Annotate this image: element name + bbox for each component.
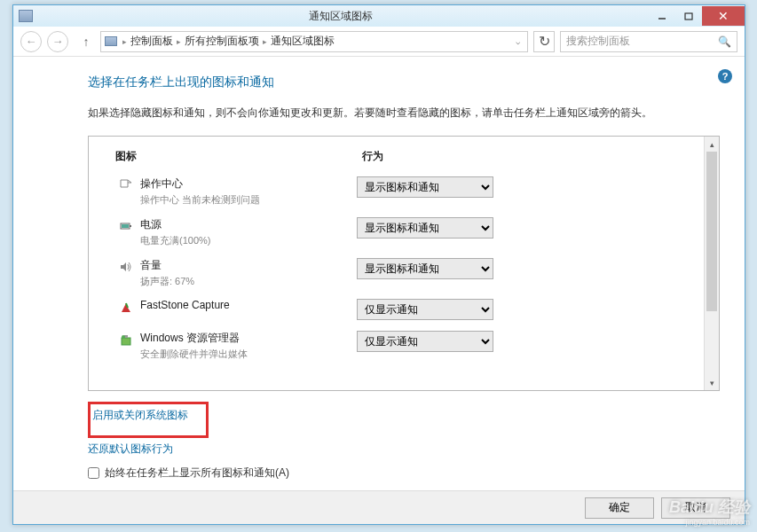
explorer-icon xyxy=(115,331,137,347)
chevron-right-icon: ▸ xyxy=(263,37,267,46)
svg-rect-5 xyxy=(122,338,130,345)
item-title: 音量 xyxy=(140,258,357,273)
svg-rect-1 xyxy=(685,13,692,20)
up-button[interactable]: ↑ xyxy=(77,33,95,51)
column-behavior: 行为 xyxy=(362,149,692,164)
address-dropdown[interactable]: ⌵ xyxy=(512,37,524,46)
breadcrumb[interactable]: 通知区域图标 xyxy=(271,34,335,49)
addressbar-icon xyxy=(105,36,117,46)
column-icon: 图标 xyxy=(115,149,362,164)
back-button[interactable]: ← xyxy=(20,31,42,52)
search-input[interactable]: 搜索控制面板 🔍 xyxy=(560,31,737,52)
item-title: Windows 资源管理器 xyxy=(140,331,357,346)
item-subtitle: 安全删除硬件并弹出媒体 xyxy=(140,348,357,361)
list-item: FastStone Capture 仅显示通知 xyxy=(115,299,692,320)
page-heading: 选择在任务栏上出现的图标和通知 xyxy=(88,74,720,90)
item-subtitle: 操作中心 当前未检测到问题 xyxy=(140,193,357,207)
behavior-select[interactable]: 显示图标和通知 xyxy=(357,217,493,239)
svg-rect-4 xyxy=(122,224,129,228)
chevron-right-icon: ▸ xyxy=(177,37,181,46)
window-icon xyxy=(19,10,33,22)
behavior-select[interactable]: 显示图标和通知 xyxy=(357,258,493,279)
list-item: 操作中心 操作中心 当前未检测到问题 显示图标和通知 xyxy=(115,176,692,207)
scroll-down-button[interactable]: ▾ xyxy=(705,375,719,390)
scroll-thumb[interactable] xyxy=(706,152,717,311)
svg-rect-3 xyxy=(130,225,131,227)
refresh-button[interactable]: ↻ xyxy=(533,31,555,52)
maximize-button[interactable] xyxy=(675,6,702,26)
faststone-icon xyxy=(115,299,137,315)
list-header: 图标 行为 xyxy=(115,149,692,169)
dialog-footer: 确定 取消 xyxy=(13,490,745,524)
titlebar: 通知区域图标 ✕ xyxy=(13,5,745,27)
window-buttons: ✕ xyxy=(649,6,745,26)
always-show-checkbox-row[interactable]: 始终在任务栏上显示所有图标和通知(A) xyxy=(88,466,720,481)
minimize-button[interactable] xyxy=(649,6,675,26)
item-subtitle: 扬声器: 67% xyxy=(140,275,357,288)
always-show-checkbox[interactable] xyxy=(88,467,99,479)
scroll-up-button[interactable]: ▴ xyxy=(705,137,719,152)
checkbox-label: 始终在任务栏上显示所有图标和通知(A) xyxy=(105,466,289,481)
behavior-select[interactable]: 仅显示通知 xyxy=(357,299,493,320)
restore-defaults-link[interactable]: 还原默认图标行为 xyxy=(88,442,720,457)
list-item: Windows 资源管理器 安全删除硬件并弹出媒体 仅显示通知 xyxy=(115,331,692,361)
behavior-select[interactable]: 显示图标和通知 xyxy=(357,176,493,198)
toolbar: ← → ↑ ▸ 控制面板 ▸ 所有控制面板项 ▸ 通知区域图标 ⌵ ↻ 搜索控制… xyxy=(13,27,745,57)
item-title: FastStone Capture xyxy=(140,299,357,311)
page-description: 如果选择隐藏图标和通知，则不会向你通知更改和更新。若要随时查看隐藏的图标，请单击… xyxy=(88,105,720,121)
item-title: 操作中心 xyxy=(140,176,357,192)
list-item: 电源 电量充满(100%) 显示图标和通知 xyxy=(115,217,692,247)
svg-point-7 xyxy=(122,335,125,339)
content-area: ? 选择在任务栏上出现的图标和通知 如果选择隐藏图标和通知，则不会向你通知更改和… xyxy=(13,57,745,490)
control-panel-window: 通知区域图标 ✕ ← → ↑ ▸ 控制面板 ▸ 所有控制面板项 ▸ 通知区域图标… xyxy=(12,4,745,525)
list-item: 音量 扬声器: 67% 显示图标和通知 xyxy=(115,258,692,288)
address-bar[interactable]: ▸ 控制面板 ▸ 所有控制面板项 ▸ 通知区域图标 ⌵ xyxy=(100,31,528,52)
item-title: 电源 xyxy=(140,217,357,232)
scrollbar[interactable]: ▴ ▾ xyxy=(704,137,719,390)
search-placeholder: 搜索控制面板 xyxy=(566,34,630,49)
help-icon[interactable]: ? xyxy=(718,69,732,83)
links-section: 启用或关闭系统图标 还原默认图标行为 xyxy=(88,402,720,457)
breadcrumb[interactable]: 控制面板 xyxy=(130,34,173,49)
breadcrumb[interactable]: 所有控制面板项 xyxy=(185,34,259,49)
volume-icon xyxy=(115,258,137,274)
window-title: 通知区域图标 xyxy=(33,9,649,24)
chevron-right-icon: ▸ xyxy=(122,37,127,46)
action-center-icon xyxy=(115,176,137,192)
behavior-select[interactable]: 仅显示通知 xyxy=(357,331,493,352)
power-icon xyxy=(115,217,137,233)
ok-button[interactable]: 确定 xyxy=(585,497,654,519)
cancel-button[interactable]: 取消 xyxy=(661,497,730,519)
close-button[interactable]: ✕ xyxy=(702,6,745,26)
system-icons-link[interactable]: 启用或关闭系统图标 xyxy=(91,404,206,426)
item-subtitle: 电量充满(100%) xyxy=(140,234,357,247)
icon-list: 图标 行为 操作中心 操作中心 当前未检测到问题 显示图标和通知 电源 电量 xyxy=(88,136,720,391)
highlight-annotation: 启用或关闭系统图标 xyxy=(88,402,209,438)
search-icon: 🔍 xyxy=(718,35,731,48)
forward-button[interactable]: → xyxy=(47,31,68,52)
